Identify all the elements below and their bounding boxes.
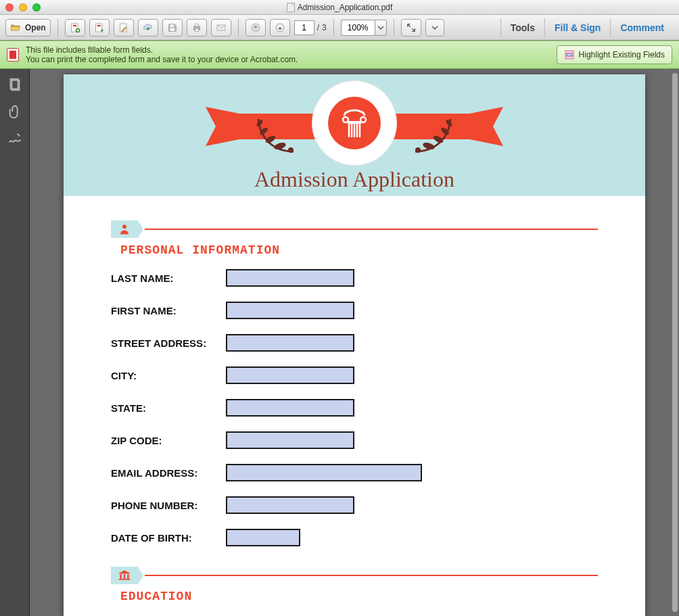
section-header-education [111, 567, 598, 584]
attachments-panel-button[interactable] [7, 104, 22, 119]
label-city: CITY: [111, 370, 226, 381]
email-icon [216, 22, 227, 33]
zoom-dropdown[interactable] [375, 20, 387, 36]
svg-point-29 [360, 117, 366, 122]
label-dob: DATE OF BIRTH: [111, 532, 226, 544]
highlight-fields-button[interactable]: Highlight Existing Fields [557, 45, 672, 64]
folder-open-icon [10, 22, 21, 33]
comment-label: Comment [620, 22, 664, 33]
fill-sign-tab[interactable]: Fill & Sign [544, 18, 610, 37]
thumbnails-panel-button[interactable] [7, 77, 22, 92]
cloud-upload-icon [143, 22, 154, 33]
form-info-bar: This file includes fillable form fields.… [0, 41, 679, 69]
svg-point-28 [343, 117, 348, 122]
window-maximize-button[interactable] [32, 3, 41, 11]
window-close-button[interactable] [5, 3, 14, 11]
window-minimize-button[interactable] [19, 3, 27, 11]
highlight-label: Highlight Existing Fields [579, 50, 665, 60]
input-phone[interactable] [226, 496, 354, 514]
info-line1: This file includes fillable form fields. [26, 45, 298, 55]
email-button[interactable] [211, 19, 231, 37]
page-down-button[interactable] [270, 19, 290, 37]
svg-point-22 [288, 147, 294, 153]
export-pdf-button[interactable] [89, 19, 110, 37]
window-title: Admission_Application.pdf [298, 3, 393, 12]
label-street-address: STREET ADDRESS: [111, 337, 226, 349]
chevron-down-icon [429, 22, 440, 33]
page-indicator: / 3 [294, 20, 327, 35]
tools-tab[interactable]: Tools [500, 18, 544, 37]
section-title-personal: PERSONAL INFORMATION [120, 243, 598, 257]
person-chip-icon [111, 220, 138, 238]
institution-chip-icon [111, 567, 138, 584]
input-first-name[interactable] [226, 302, 354, 319]
svg-point-36 [122, 224, 126, 229]
comment-tab[interactable]: Comment [610, 18, 674, 37]
pillar-icon [337, 106, 371, 140]
save-icon [167, 22, 178, 33]
tools-label: Tools [511, 22, 535, 33]
page-up-button[interactable] [245, 19, 266, 37]
page-separator: / [317, 23, 319, 32]
laurel-right-icon [408, 111, 463, 158]
cloud-upload-button[interactable] [138, 19, 158, 37]
arrow-down-icon [275, 22, 285, 33]
vertical-scrollbar[interactable] [672, 73, 678, 612]
document-viewer[interactable]: Admission Application PERSONAL INFORMATI… [30, 69, 679, 616]
svg-rect-10 [195, 28, 198, 31]
section-header-personal [111, 220, 598, 238]
create-pdf-button[interactable] [65, 19, 85, 37]
pdf-form-icon [7, 48, 19, 62]
edit-pdf-button[interactable] [114, 19, 134, 37]
pdf-page: Admission Application PERSONAL INFORMATI… [64, 74, 645, 616]
signatures-panel-button[interactable] [7, 131, 22, 146]
export-pdf-icon [94, 22, 105, 33]
label-state: STATE: [111, 402, 226, 414]
svg-rect-6 [170, 24, 173, 26]
svg-point-27 [415, 147, 421, 153]
open-button[interactable]: Open [5, 19, 51, 37]
input-city[interactable] [226, 366, 354, 384]
create-pdf-icon [70, 22, 80, 33]
label-phone: PHONE NUMBER: [111, 500, 226, 511]
input-email[interactable] [226, 464, 422, 481]
save-button[interactable] [162, 19, 183, 37]
info-line2: You can print the completed form and sav… [26, 55, 298, 64]
svg-rect-7 [170, 28, 174, 30]
document-title: Admission Application [254, 167, 454, 192]
svg-rect-4 [97, 25, 100, 26]
svg-rect-1 [72, 25, 76, 26]
view-dropdown[interactable] [425, 19, 444, 37]
laurel-left-icon [246, 111, 300, 158]
input-dob[interactable] [226, 529, 300, 546]
input-last-name[interactable] [226, 269, 354, 287]
input-street-address[interactable] [226, 334, 354, 352]
read-mode-button[interactable] [401, 19, 421, 37]
page-total: 3 [322, 23, 327, 32]
expand-icon [406, 22, 417, 33]
highlight-icon [564, 49, 575, 60]
svg-rect-30 [348, 121, 361, 124]
label-last-name: LAST NAME: [111, 273, 226, 284]
info-text: This file includes fillable form fields.… [26, 45, 298, 64]
svg-rect-3 [95, 24, 101, 32]
zoom-input[interactable] [341, 20, 375, 36]
section-title-education: EDUCATION [120, 590, 598, 603]
svg-rect-37 [120, 574, 122, 579]
print-button[interactable] [187, 19, 207, 37]
document-header: Admission Application [64, 74, 645, 196]
open-label: Open [25, 23, 46, 32]
window-titlebar: Admission_Application.pdf [0, 0, 679, 15]
svg-rect-9 [195, 24, 198, 26]
edit-icon [118, 22, 129, 33]
input-zip-code[interactable] [226, 431, 354, 449]
document-icon [287, 3, 295, 12]
label-email: EMAIL ADDRESS: [111, 467, 226, 479]
label-zip-code: ZIP CODE: [111, 435, 226, 446]
page-number-input[interactable] [294, 20, 314, 35]
chevron-down-icon [375, 22, 386, 33]
toolbar: Open / 3 Tools Fill & Sign Comment [0, 15, 679, 41]
label-first-name: FIRST NAME: [111, 305, 226, 316]
print-icon [191, 22, 202, 33]
input-state[interactable] [226, 399, 354, 417]
